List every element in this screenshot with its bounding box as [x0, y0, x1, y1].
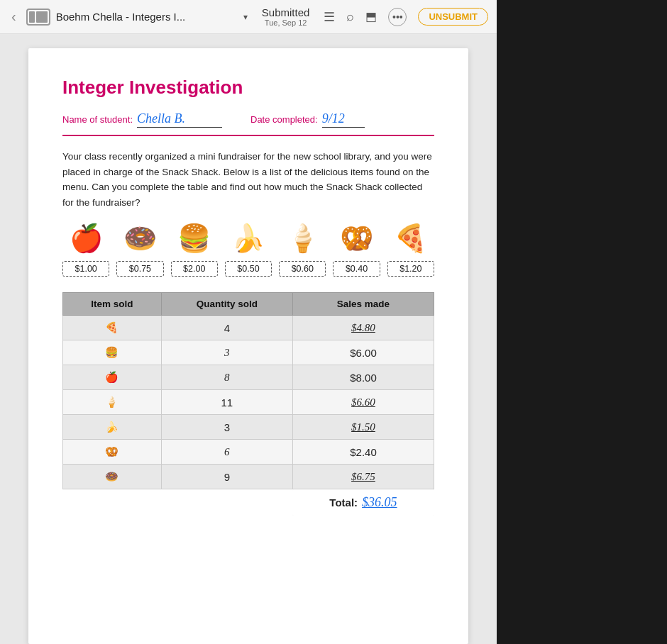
submitted-label: Submitted: [262, 6, 310, 18]
price-box: $1.00: [62, 261, 109, 277]
document-area: Integer Investigation Name of student: C…: [0, 34, 497, 644]
table-row: 🍔3$6.00: [63, 340, 434, 365]
food-icons-row: 🍎🍩🍔🍌🍦🥨🍕: [62, 223, 434, 254]
food-icon: 🍌: [225, 223, 272, 254]
data-table: Item sold Quantity sold Sales made 🍕4$4.…: [62, 292, 434, 516]
total-row: Total:$36.05: [63, 489, 434, 516]
col-header-item: Item sold: [63, 293, 162, 316]
table-cell-sales: $4.80: [292, 316, 434, 340]
unsubmit-button[interactable]: UNSUBMIT: [418, 8, 488, 26]
total-value: $36.05: [362, 495, 397, 509]
document-heading: Integer Investigation: [62, 77, 434, 99]
table-cell-icon: 🥨: [63, 440, 162, 465]
date-label: Date completed:: [250, 114, 318, 125]
table-cell-qty: 4: [161, 316, 292, 340]
price-box: $0.75: [116, 261, 163, 277]
price-box: $0.40: [333, 261, 380, 277]
table-row: 🍎8$8.00: [63, 365, 434, 390]
table-cell-sales: $6.00: [292, 340, 434, 365]
submitted-date: Tue, Sep 12: [265, 18, 307, 27]
name-label: Name of student:: [62, 114, 133, 125]
table-cell-sales: $6.60: [292, 390, 434, 415]
food-icon: 🍔: [171, 223, 218, 254]
total-empty-1: [63, 489, 162, 516]
student-name-value: Chella B.: [137, 111, 222, 128]
price-boxes-row: $1.00$0.75$2.00$0.50$0.60$0.40$1.20: [62, 261, 434, 277]
table-cell-icon: 🍩: [63, 465, 162, 489]
table-row: 🍦11$6.60: [63, 390, 434, 415]
table-cell-icon: 🍌: [63, 415, 162, 440]
name-date-row: Name of student: Chella B. Date complete…: [62, 111, 434, 128]
divider-line: [62, 135, 434, 136]
food-icon: 🍩: [116, 223, 163, 254]
chevron-down-icon[interactable]: ▾: [243, 12, 248, 22]
table-header-row: Item sold Quantity sold Sales made: [63, 293, 434, 316]
table-cell-sales: $6.75: [292, 465, 434, 489]
search-icon[interactable]: ⌕: [346, 9, 354, 24]
table-cell-sales: $8.00: [292, 365, 434, 390]
back-button[interactable]: ‹: [9, 6, 19, 28]
document-title: Boehm Chella - Integers I...: [56, 11, 236, 23]
table-cell-qty: 8: [161, 365, 292, 390]
price-box: $2.00: [171, 261, 218, 277]
table-cell-qty: 3: [161, 415, 292, 440]
table-cell-qty: 6: [161, 440, 292, 465]
table-cell-sales: $1.50: [292, 415, 434, 440]
table-cell-sales: $2.40: [292, 440, 434, 465]
total-empty-2: [161, 489, 292, 516]
panels-toggle[interactable]: [26, 9, 50, 26]
food-icon: 🍦: [279, 223, 326, 254]
price-box: $1.20: [387, 261, 434, 277]
table-row: 🥨6$2.40: [63, 440, 434, 465]
main-layout: Integer Investigation Name of student: C…: [0, 34, 667, 644]
table-cell-qty: 3: [161, 340, 292, 365]
food-icon: 🍕: [387, 223, 434, 254]
price-box: $0.60: [279, 261, 326, 277]
total-label: Total:: [329, 496, 358, 509]
food-icon: 🥨: [333, 223, 380, 254]
document-page: Integer Investigation Name of student: C…: [28, 48, 468, 644]
table-row: 🍩9$6.75: [63, 465, 434, 489]
print-icon[interactable]: ⬒: [365, 9, 377, 24]
total-cell: Total:$36.05: [292, 489, 434, 516]
date-value: 9/12: [322, 111, 365, 128]
body-text: Your class recently organized a mini fun…: [62, 149, 434, 210]
table-cell-icon: 🍔: [63, 340, 162, 365]
price-box: $0.50: [225, 261, 272, 277]
top-bar: ‹ Boehm Chella - Integers I... ▾ Submitt…: [0, 0, 497, 34]
table-row: 🍕4$4.80: [63, 316, 434, 340]
name-field-group: Name of student: Chella B.: [62, 111, 222, 128]
table-cell-icon: 🍦: [63, 390, 162, 415]
table-cell-icon: 🍕: [63, 316, 162, 340]
table-cell-icon: 🍎: [63, 365, 162, 390]
food-icon: 🍎: [62, 223, 109, 254]
col-header-sales: Sales made: [292, 293, 434, 316]
submitted-block: Submitted Tue, Sep 12: [262, 6, 310, 27]
col-header-qty: Quantity sold: [161, 293, 292, 316]
date-field-group: Date completed: 9/12: [250, 111, 365, 128]
toolbar-icons: ☰ ⌕ ⬒ ••• UNSUBMIT: [324, 8, 488, 26]
table-row: 🍌3$1.50: [63, 415, 434, 440]
more-icon[interactable]: •••: [388, 8, 407, 26]
right-panel: [497, 34, 667, 644]
list-icon[interactable]: ☰: [324, 9, 335, 25]
table-cell-qty: 11: [161, 390, 292, 415]
table-cell-qty: 9: [161, 465, 292, 489]
